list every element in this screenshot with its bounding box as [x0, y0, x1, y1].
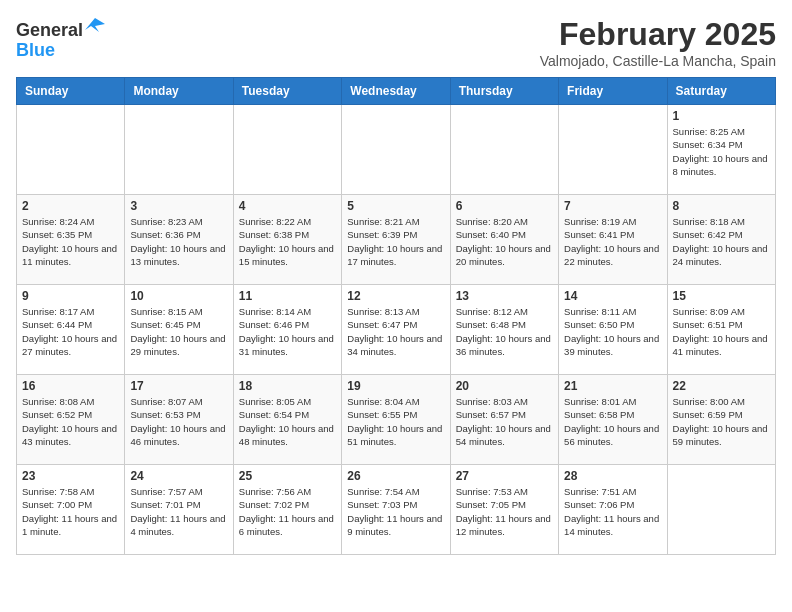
day-info: Sunrise: 8:21 AM Sunset: 6:39 PM Dayligh… [347, 215, 444, 268]
calendar-cell: 16Sunrise: 8:08 AM Sunset: 6:52 PM Dayli… [17, 375, 125, 465]
calendar-cell [559, 105, 667, 195]
logo-blue-text: Blue [16, 41, 105, 61]
weekday-header-thursday: Thursday [450, 78, 558, 105]
day-number: 11 [239, 289, 336, 303]
calendar-cell: 17Sunrise: 8:07 AM Sunset: 6:53 PM Dayli… [125, 375, 233, 465]
day-info: Sunrise: 7:53 AM Sunset: 7:05 PM Dayligh… [456, 485, 553, 538]
calendar-cell: 9Sunrise: 8:17 AM Sunset: 6:44 PM Daylig… [17, 285, 125, 375]
day-number: 4 [239, 199, 336, 213]
day-info: Sunrise: 8:12 AM Sunset: 6:48 PM Dayligh… [456, 305, 553, 358]
day-info: Sunrise: 8:14 AM Sunset: 6:46 PM Dayligh… [239, 305, 336, 358]
day-info: Sunrise: 8:09 AM Sunset: 6:51 PM Dayligh… [673, 305, 770, 358]
day-number: 26 [347, 469, 444, 483]
day-info: Sunrise: 8:20 AM Sunset: 6:40 PM Dayligh… [456, 215, 553, 268]
day-info: Sunrise: 8:19 AM Sunset: 6:41 PM Dayligh… [564, 215, 661, 268]
day-info: Sunrise: 7:51 AM Sunset: 7:06 PM Dayligh… [564, 485, 661, 538]
calendar-cell: 19Sunrise: 8:04 AM Sunset: 6:55 PM Dayli… [342, 375, 450, 465]
calendar-cell [667, 465, 775, 555]
day-info: Sunrise: 8:07 AM Sunset: 6:53 PM Dayligh… [130, 395, 227, 448]
weekday-header-monday: Monday [125, 78, 233, 105]
day-number: 10 [130, 289, 227, 303]
page-header: General Blue February 2025 Valmojado, Ca… [16, 16, 776, 69]
day-number: 12 [347, 289, 444, 303]
day-number: 25 [239, 469, 336, 483]
location-subtitle: Valmojado, Castille-La Mancha, Spain [540, 53, 776, 69]
day-number: 23 [22, 469, 119, 483]
calendar-cell: 27Sunrise: 7:53 AM Sunset: 7:05 PM Dayli… [450, 465, 558, 555]
day-info: Sunrise: 8:22 AM Sunset: 6:38 PM Dayligh… [239, 215, 336, 268]
calendar-cell: 10Sunrise: 8:15 AM Sunset: 6:45 PM Dayli… [125, 285, 233, 375]
calendar-cell [450, 105, 558, 195]
calendar-cell: 25Sunrise: 7:56 AM Sunset: 7:02 PM Dayli… [233, 465, 341, 555]
day-info: Sunrise: 8:17 AM Sunset: 6:44 PM Dayligh… [22, 305, 119, 358]
calendar-cell: 23Sunrise: 7:58 AM Sunset: 7:00 PM Dayli… [17, 465, 125, 555]
calendar-cell: 28Sunrise: 7:51 AM Sunset: 7:06 PM Dayli… [559, 465, 667, 555]
weekday-header-tuesday: Tuesday [233, 78, 341, 105]
calendar-cell: 24Sunrise: 7:57 AM Sunset: 7:01 PM Dayli… [125, 465, 233, 555]
weekday-header-friday: Friday [559, 78, 667, 105]
calendar-cell: 4Sunrise: 8:22 AM Sunset: 6:38 PM Daylig… [233, 195, 341, 285]
day-number: 24 [130, 469, 227, 483]
day-number: 2 [22, 199, 119, 213]
day-info: Sunrise: 8:13 AM Sunset: 6:47 PM Dayligh… [347, 305, 444, 358]
calendar-cell [233, 105, 341, 195]
calendar-table: SundayMondayTuesdayWednesdayThursdayFrid… [16, 77, 776, 555]
calendar-cell: 21Sunrise: 8:01 AM Sunset: 6:58 PM Dayli… [559, 375, 667, 465]
weekday-header-saturday: Saturday [667, 78, 775, 105]
day-info: Sunrise: 8:18 AM Sunset: 6:42 PM Dayligh… [673, 215, 770, 268]
day-number: 13 [456, 289, 553, 303]
day-info: Sunrise: 8:11 AM Sunset: 6:50 PM Dayligh… [564, 305, 661, 358]
calendar-week-row: 16Sunrise: 8:08 AM Sunset: 6:52 PM Dayli… [17, 375, 776, 465]
day-number: 21 [564, 379, 661, 393]
day-number: 20 [456, 379, 553, 393]
calendar-cell: 14Sunrise: 8:11 AM Sunset: 6:50 PM Dayli… [559, 285, 667, 375]
day-info: Sunrise: 8:03 AM Sunset: 6:57 PM Dayligh… [456, 395, 553, 448]
calendar-cell: 12Sunrise: 8:13 AM Sunset: 6:47 PM Dayli… [342, 285, 450, 375]
weekday-header-sunday: Sunday [17, 78, 125, 105]
day-number: 14 [564, 289, 661, 303]
calendar-cell: 15Sunrise: 8:09 AM Sunset: 6:51 PM Dayli… [667, 285, 775, 375]
calendar-cell: 20Sunrise: 8:03 AM Sunset: 6:57 PM Dayli… [450, 375, 558, 465]
calendar-cell: 2Sunrise: 8:24 AM Sunset: 6:35 PM Daylig… [17, 195, 125, 285]
calendar-cell: 11Sunrise: 8:14 AM Sunset: 6:46 PM Dayli… [233, 285, 341, 375]
day-info: Sunrise: 8:23 AM Sunset: 6:36 PM Dayligh… [130, 215, 227, 268]
day-info: Sunrise: 7:56 AM Sunset: 7:02 PM Dayligh… [239, 485, 336, 538]
day-info: Sunrise: 8:25 AM Sunset: 6:34 PM Dayligh… [673, 125, 770, 178]
logo-text: General [16, 16, 105, 41]
day-info: Sunrise: 7:54 AM Sunset: 7:03 PM Dayligh… [347, 485, 444, 538]
day-number: 17 [130, 379, 227, 393]
calendar-cell: 5Sunrise: 8:21 AM Sunset: 6:39 PM Daylig… [342, 195, 450, 285]
day-info: Sunrise: 7:58 AM Sunset: 7:00 PM Dayligh… [22, 485, 119, 538]
day-number: 5 [347, 199, 444, 213]
calendar-cell: 6Sunrise: 8:20 AM Sunset: 6:40 PM Daylig… [450, 195, 558, 285]
calendar-cell [17, 105, 125, 195]
day-info: Sunrise: 8:04 AM Sunset: 6:55 PM Dayligh… [347, 395, 444, 448]
day-number: 3 [130, 199, 227, 213]
day-info: Sunrise: 8:08 AM Sunset: 6:52 PM Dayligh… [22, 395, 119, 448]
day-info: Sunrise: 8:01 AM Sunset: 6:58 PM Dayligh… [564, 395, 661, 448]
calendar-cell: 22Sunrise: 8:00 AM Sunset: 6:59 PM Dayli… [667, 375, 775, 465]
calendar-cell [342, 105, 450, 195]
calendar-cell: 7Sunrise: 8:19 AM Sunset: 6:41 PM Daylig… [559, 195, 667, 285]
title-block: February 2025 Valmojado, Castille-La Man… [540, 16, 776, 69]
calendar-cell: 13Sunrise: 8:12 AM Sunset: 6:48 PM Dayli… [450, 285, 558, 375]
logo-bird-icon [85, 16, 105, 36]
calendar-header-row: SundayMondayTuesdayWednesdayThursdayFrid… [17, 78, 776, 105]
day-info: Sunrise: 8:05 AM Sunset: 6:54 PM Dayligh… [239, 395, 336, 448]
day-number: 18 [239, 379, 336, 393]
calendar-cell: 26Sunrise: 7:54 AM Sunset: 7:03 PM Dayli… [342, 465, 450, 555]
calendar-week-row: 2Sunrise: 8:24 AM Sunset: 6:35 PM Daylig… [17, 195, 776, 285]
day-info: Sunrise: 8:15 AM Sunset: 6:45 PM Dayligh… [130, 305, 227, 358]
calendar-week-row: 1Sunrise: 8:25 AM Sunset: 6:34 PM Daylig… [17, 105, 776, 195]
day-number: 1 [673, 109, 770, 123]
calendar-cell: 1Sunrise: 8:25 AM Sunset: 6:34 PM Daylig… [667, 105, 775, 195]
calendar-week-row: 9Sunrise: 8:17 AM Sunset: 6:44 PM Daylig… [17, 285, 776, 375]
day-info: Sunrise: 8:24 AM Sunset: 6:35 PM Dayligh… [22, 215, 119, 268]
logo: General Blue [16, 16, 105, 61]
day-number: 7 [564, 199, 661, 213]
calendar-cell [125, 105, 233, 195]
calendar-week-row: 23Sunrise: 7:58 AM Sunset: 7:00 PM Dayli… [17, 465, 776, 555]
day-number: 16 [22, 379, 119, 393]
day-info: Sunrise: 8:00 AM Sunset: 6:59 PM Dayligh… [673, 395, 770, 448]
calendar-cell: 3Sunrise: 8:23 AM Sunset: 6:36 PM Daylig… [125, 195, 233, 285]
